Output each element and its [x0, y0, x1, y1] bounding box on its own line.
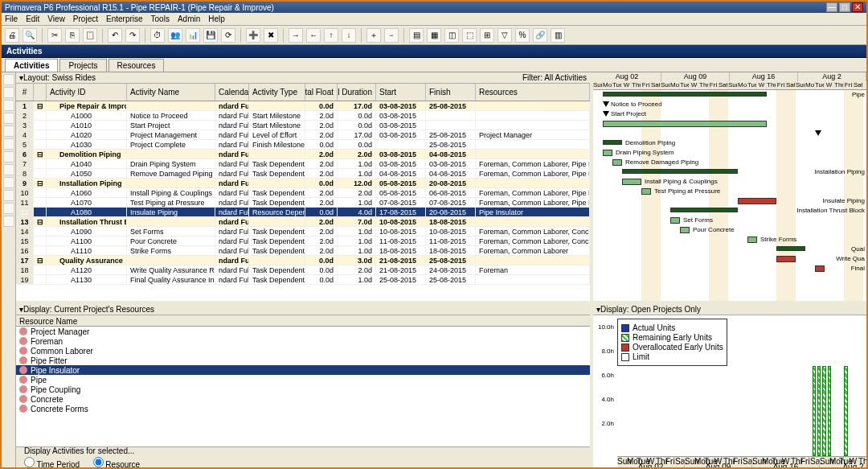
display-resources-label[interactable]: Display: Current Project's Resources — [23, 305, 154, 314]
tab-resources[interactable]: Resources — [108, 59, 165, 72]
resource-histogram[interactable]: Actual Units Remaining Early Units Overa… — [593, 315, 866, 467]
up-icon[interactable]: ↑ — [324, 28, 338, 43]
schedule-icon[interactable]: ⏱ — [150, 28, 165, 43]
table-icon[interactable]: ⊞ — [480, 28, 494, 43]
col-activity-type[interactable]: Activity Type — [249, 84, 305, 101]
cut-icon[interactable]: ✂ — [47, 28, 62, 43]
undo-icon[interactable]: ↶ — [108, 28, 122, 43]
col-finish[interactable]: Finish — [426, 84, 476, 101]
grid-body[interactable]: 1⊟Pipe Repair & Improvendard Full Time0.… — [16, 101, 590, 301]
col-activity-id[interactable]: Activity ID — [47, 84, 127, 101]
resource-item[interactable]: Common Laborer — [16, 346, 590, 356]
reports-icon[interactable]: 📊 — [186, 28, 200, 43]
table-row[interactable]: 3A1010Start Projectndard Full TimeStart … — [16, 121, 590, 130]
redo-icon[interactable]: ↷ — [125, 28, 140, 43]
vbtn-icon[interactable] — [3, 100, 14, 111]
vbtn-icon[interactable] — [3, 125, 14, 137]
vbtn-icon[interactable] — [3, 151, 14, 163]
layout-label[interactable]: Layout: Swiss Rides — [23, 73, 96, 82]
table-row[interactable]: 13⊟Installation Thrust Blockndard Full T… — [16, 217, 590, 227]
filter-icon[interactable]: ▽ — [497, 28, 512, 43]
vbtn-icon[interactable] — [3, 216, 14, 227]
network-icon[interactable]: ◫ — [444, 28, 459, 43]
menu-help[interactable]: Help — [208, 14, 225, 23]
delete-icon[interactable]: ✖ — [264, 28, 278, 43]
vbtn-icon[interactable] — [3, 87, 14, 98]
down-icon[interactable]: ↓ — [342, 28, 356, 43]
filter-label[interactable]: Filter: All Activities — [522, 73, 587, 82]
resource-item[interactable]: Foreman — [16, 336, 590, 346]
save-icon[interactable]: 💾 — [203, 28, 218, 43]
menu-tools[interactable]: Tools — [151, 14, 170, 23]
time-period-radio[interactable]: Time Period — [24, 461, 80, 468]
col-resources[interactable]: Resources — [476, 84, 590, 101]
table-row[interactable]: 7A1040Drain Piping Systemndard Full Time… — [16, 159, 590, 169]
table-row[interactable]: 17⊟Quality Assurancendard Full Time0.0d3… — [16, 256, 590, 265]
add-icon[interactable]: ➕ — [246, 28, 260, 43]
refresh-icon[interactable]: ⟳ — [221, 28, 235, 43]
table-row[interactable]: 1⊟Pipe Repair & Improvendard Full Time0.… — [16, 101, 590, 111]
table-row[interactable]: 2A1000Notice to Proceedndard Full TimeSt… — [16, 111, 590, 121]
outdent-icon[interactable]: ← — [306, 28, 321, 43]
col-activity-name[interactable]: Activity Name — [127, 84, 215, 101]
paste-icon[interactable]: 📋 — [83, 28, 97, 43]
table-row[interactable]: 15A1100Pour Concretendard Full TimeTask … — [16, 237, 590, 246]
resource-item[interactable]: Project Manager — [16, 327, 590, 336]
table-row[interactable]: 18A1120Write Quality Assurance Reportnda… — [16, 265, 590, 275]
menu-admin[interactable]: Admin — [178, 14, 200, 23]
indent-icon[interactable]: → — [289, 28, 303, 43]
table-row[interactable]: 12A1080Insulate Pipingndard Full TimeRes… — [16, 208, 590, 217]
resource-item[interactable]: Pipe Fitter — [16, 356, 590, 365]
table-row[interactable]: 6⊟Demolition Pipingndard Full Time2.0d2.… — [16, 150, 590, 159]
resource-item[interactable]: Concrete — [16, 394, 590, 404]
resource-radio[interactable]: Resource — [93, 461, 140, 468]
col-calendar[interactable]: Calendar — [215, 84, 249, 101]
resource-item[interactable]: Pipe — [16, 375, 590, 385]
table-row[interactable]: 11A1070Test Piping at Pressurendard Full… — [16, 198, 590, 208]
zoom-in-icon[interactable]: ＋ — [366, 28, 381, 43]
table-row[interactable]: 16A1110Strike Formsndard Full TimeTask D… — [16, 246, 590, 256]
zoom-out-icon[interactable]: － — [384, 28, 399, 43]
vbtn-icon[interactable] — [3, 164, 14, 175]
close-button[interactable]: ✕ — [852, 2, 863, 12]
table-row[interactable]: 8A1050Remove Damaged Pipingndard Full Ti… — [16, 169, 590, 179]
table-row[interactable]: 19A1130Final Quality Assurance Inspectio… — [16, 275, 590, 285]
menu-enterprise[interactable]: Enterprise — [106, 14, 143, 23]
titlebar[interactable]: Primavera P6 Professional R15.1 - Pipe R… — [2, 2, 866, 13]
resource-item[interactable]: Pipe Coupling — [16, 385, 590, 394]
tab-activities[interactable]: Activities — [5, 59, 58, 72]
resource-item[interactable]: Pipe Insulator — [16, 365, 590, 375]
copy-icon[interactable]: ⎘ — [65, 28, 80, 43]
gantt-icon[interactable]: ▤ — [409, 28, 424, 43]
resources-icon[interactable]: 👥 — [168, 28, 182, 43]
col-start[interactable]: Start — [376, 84, 426, 101]
menu-view[interactable]: View — [47, 14, 65, 23]
table-row[interactable]: 14A1090Set Formsndard Full TimeTask Depe… — [16, 227, 590, 237]
table-row[interactable]: 5A1030Project Completendard Full TimeFin… — [16, 140, 590, 150]
table-row[interactable]: 9⊟Installation Pipingndard Full Time0.0d… — [16, 179, 590, 188]
maximize-button[interactable]: □ — [839, 2, 850, 12]
vbtn-icon[interactable] — [3, 138, 14, 150]
link-icon[interactable]: 🔗 — [533, 28, 547, 43]
vbtn-icon[interactable] — [3, 203, 14, 214]
table-row[interactable]: 4A1020Project Managementndard Full TimeL… — [16, 130, 590, 140]
menu-file[interactable]: File — [5, 14, 18, 23]
progress-icon[interactable]: % — [515, 28, 530, 43]
tab-projects[interactable]: Projects — [59, 59, 106, 72]
resource-header[interactable]: Resource Name — [16, 315, 590, 327]
resource-item[interactable]: Concrete Forms — [16, 404, 590, 413]
gantt-body[interactable]: PipeNotice to ProceedStart ProjectDemoli… — [593, 90, 866, 301]
spreadsheet-icon[interactable]: ▦ — [427, 28, 441, 43]
preview-icon[interactable]: 🔍 — [23, 28, 37, 43]
display-projects-label[interactable]: Display: Open Projects Only — [600, 305, 701, 314]
menu-project[interactable]: Project — [73, 14, 98, 23]
col-row-num[interactable]: # — [16, 84, 34, 101]
print-icon[interactable]: 🖨 — [5, 28, 19, 43]
vbtn-icon[interactable] — [3, 190, 14, 201]
vbtn-icon[interactable] — [3, 74, 14, 85]
table-row[interactable]: 10A1060Install Piping & Couplingsndard F… — [16, 188, 590, 198]
vbtn-icon[interactable] — [3, 177, 14, 188]
resource-list[interactable]: Project ManagerForemanCommon LaborerPipe… — [16, 327, 590, 446]
cols-icon[interactable]: ▥ — [551, 28, 565, 43]
menu-edit[interactable]: Edit — [26, 14, 39, 23]
